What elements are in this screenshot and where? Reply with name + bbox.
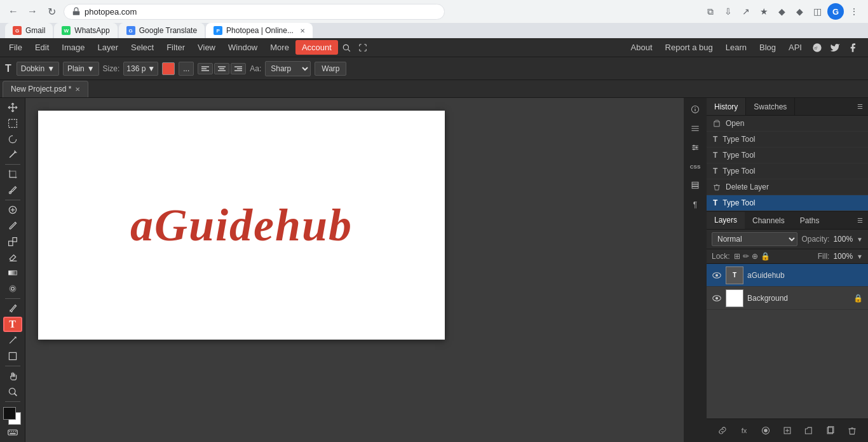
menu-window[interactable]: Window <box>222 40 264 55</box>
add-group-button[interactable] <box>801 423 817 438</box>
forward-button[interactable]: → <box>25 4 39 18</box>
swatches-tab[interactable]: Swatches <box>746 98 795 115</box>
doc-tab[interactable]: New Project.psd * ✕ <box>3 81 88 97</box>
text-color-swatch[interactable] <box>162 62 175 75</box>
layers-panel-menu[interactable]: ☰ <box>851 212 868 229</box>
reddit-icon[interactable]: r/ <box>810 40 825 55</box>
eyedropper-tool-button[interactable] <box>3 183 22 198</box>
css-panel-icon[interactable]: CSS <box>686 158 704 176</box>
info-panel-icon[interactable] <box>686 100 704 118</box>
path-selection-button[interactable] <box>3 333 22 348</box>
lock-position-icon[interactable]: ✏ <box>743 252 749 261</box>
anti-alias-select[interactable]: Sharp Crisp Strong Smooth <box>265 61 311 76</box>
align-center-button[interactable] <box>214 63 229 74</box>
lasso-tool-button[interactable] <box>3 132 22 146</box>
type-tool-button[interactable]: T <box>3 317 22 332</box>
reload-button[interactable]: ↻ <box>44 4 58 18</box>
history-panel-menu[interactable]: ☰ <box>851 99 868 115</box>
add-mask-button[interactable] <box>758 423 773 438</box>
selection-tool-button[interactable] <box>3 116 22 131</box>
gradient-tool-button[interactable] <box>3 266 22 280</box>
back-button[interactable]: ← <box>6 4 20 18</box>
font-family-selector[interactable]: Dobkin ▼ <box>17 62 59 76</box>
stamp-tool-button[interactable] <box>3 234 22 249</box>
crop-tool-button[interactable] <box>3 167 22 182</box>
history-item-type2[interactable]: T Type Tool <box>707 148 868 163</box>
tab-gmail[interactable]: G Gmail <box>5 23 53 38</box>
foreground-color[interactable] <box>3 407 16 420</box>
add-style-button[interactable]: fx <box>736 423 752 438</box>
twitter-icon[interactable] <box>827 40 843 55</box>
menu-learn[interactable]: Learn <box>721 40 752 55</box>
fullscreen-button[interactable] <box>355 39 371 56</box>
tab-close-icon[interactable]: ✕ <box>300 27 305 34</box>
history-item-open[interactable]: Open <box>707 116 868 132</box>
paragraph-panel-icon[interactable]: ¶ <box>686 196 704 214</box>
menu-select[interactable]: Select <box>125 40 160 55</box>
tab-photopea[interactable]: P Photopea | Online... ✕ <box>206 23 313 38</box>
history-item-type3[interactable]: T Type Tool <box>707 163 868 179</box>
menu-api[interactable]: API <box>783 40 807 55</box>
zoom-tool-button[interactable] <box>3 384 22 399</box>
layer-aguidehub[interactable]: T aGuidehub <box>707 264 868 287</box>
download-icon[interactable]: ⇩ <box>721 4 736 19</box>
layers-tab[interactable]: Layers <box>707 212 745 229</box>
menu-account[interactable]: Account <box>295 40 338 55</box>
history-item-delete[interactable]: Delete Layer <box>707 179 868 195</box>
blur-tool-button[interactable] <box>3 281 22 296</box>
layer-aguidehub-visibility[interactable] <box>712 270 722 280</box>
opacity-arrow[interactable]: ▼ <box>857 236 863 243</box>
facebook-icon[interactable] <box>845 40 860 55</box>
healing-tool-button[interactable] <box>3 203 22 218</box>
bookmark-icon[interactable]: ★ <box>756 4 771 19</box>
menu-more[interactable]: More <box>264 40 295 55</box>
menu-about[interactable]: About <box>626 40 658 55</box>
shape-tool-button[interactable] <box>3 349 22 363</box>
canvas-text[interactable]: aGuidehub <box>130 199 353 252</box>
tab-whatsapp[interactable]: W WhatsApp <box>54 23 117 38</box>
menu-view[interactable]: View <box>191 40 222 55</box>
font-size-selector[interactable]: 136 p ▼ <box>123 62 158 76</box>
adjustments-panel-icon[interactable] <box>686 139 704 156</box>
new-layer-button[interactable] <box>823 423 838 438</box>
lock-pixels-icon[interactable]: ⊞ <box>734 252 740 261</box>
profile-button[interactable]: G <box>827 3 844 20</box>
address-bar[interactable]: photopea.com <box>64 4 445 20</box>
history-item-type4[interactable]: T Type Tool <box>707 195 868 211</box>
menu-file[interactable]: File <box>3 40 29 55</box>
blend-mode-select[interactable]: Normal Multiply Screen Overlay <box>712 232 797 246</box>
canvas-area[interactable]: aGuidehub <box>25 98 684 442</box>
history-item-type1[interactable]: T Type Tool <box>707 132 868 148</box>
layer-panel-icon[interactable] <box>686 177 704 195</box>
menu-edit[interactable]: Edit <box>29 40 55 55</box>
align-right-button[interactable] <box>231 63 246 74</box>
pen-tool-button[interactable] <box>3 301 22 316</box>
move-tool-button[interactable] <box>3 100 22 115</box>
paths-tab[interactable]: Paths <box>792 212 827 229</box>
menu-blog[interactable]: Blog <box>754 40 781 55</box>
font-style-selector[interactable]: Plain ▼ <box>63 62 99 76</box>
link-layers-button[interactable] <box>715 423 730 438</box>
layer-background[interactable]: Background 🔒 <box>707 287 868 310</box>
share-icon[interactable]: ↗ <box>738 4 754 19</box>
layer-background-visibility[interactable] <box>712 293 722 303</box>
menu-filter[interactable]: Filter <box>160 40 191 55</box>
hand-tool-button[interactable] <box>3 369 22 383</box>
fill-arrow[interactable]: ▼ <box>857 253 863 260</box>
add-adjustment-button[interactable] <box>780 423 795 438</box>
warp-button[interactable]: Warp <box>315 62 346 76</box>
sidebar-icon[interactable]: ◫ <box>810 4 825 19</box>
delete-layer-button[interactable] <box>844 423 860 438</box>
brush-tool-button[interactable] <box>3 219 22 233</box>
magic-wand-button[interactable] <box>3 148 22 162</box>
extension-icon[interactable]: ◆ <box>774 4 789 19</box>
browser-window-icon[interactable]: ⧉ <box>703 4 718 19</box>
doc-tab-close-icon[interactable]: ✕ <box>75 86 80 93</box>
history-tab[interactable]: History <box>707 98 746 115</box>
align-left-button[interactable] <box>198 63 213 74</box>
menu-report-bug[interactable]: Report a bug <box>660 40 718 55</box>
tab-translate[interactable]: G Google Translate <box>119 23 205 38</box>
lock-artboard-icon[interactable]: ⊕ <box>752 252 758 261</box>
canvas[interactable]: aGuidehub <box>38 111 445 340</box>
menu-layer[interactable]: Layer <box>92 40 125 55</box>
